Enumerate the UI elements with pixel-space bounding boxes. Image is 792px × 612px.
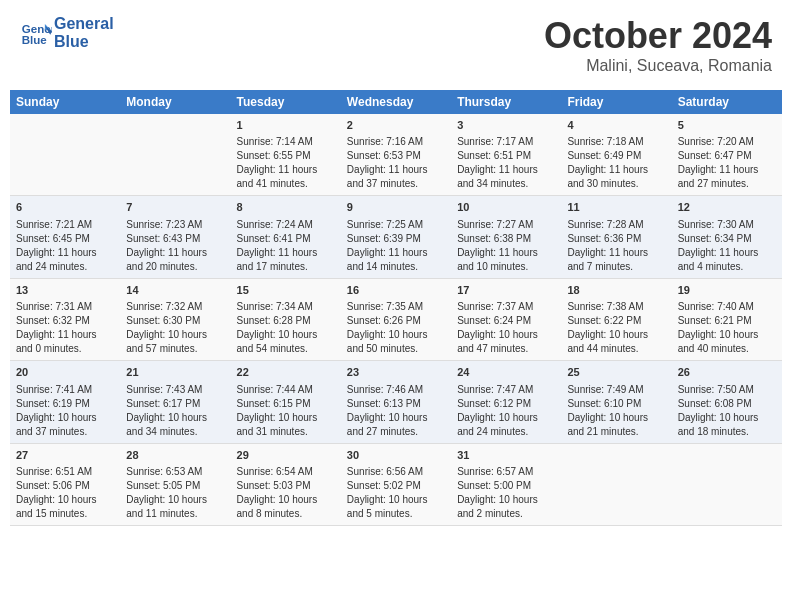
sunrise-text: Sunrise: 7:44 AMSunset: 6:15 PMDaylight:… (237, 384, 318, 437)
sunrise-text: Sunrise: 7:46 AMSunset: 6:13 PMDaylight:… (347, 384, 428, 437)
sunrise-text: Sunrise: 7:16 AMSunset: 6:53 PMDaylight:… (347, 136, 428, 189)
day-number: 7 (126, 200, 224, 215)
calendar-week-row: 6Sunrise: 7:21 AMSunset: 6:45 PMDaylight… (10, 196, 782, 278)
calendar-cell: 6Sunrise: 7:21 AMSunset: 6:45 PMDaylight… (10, 196, 120, 278)
day-number: 22 (237, 365, 335, 380)
calendar-cell: 15Sunrise: 7:34 AMSunset: 6:28 PMDayligh… (231, 278, 341, 360)
sunrise-text: Sunrise: 7:50 AMSunset: 6:08 PMDaylight:… (678, 384, 759, 437)
day-number: 5 (678, 118, 776, 133)
calendar-cell: 13Sunrise: 7:31 AMSunset: 6:32 PMDayligh… (10, 278, 120, 360)
day-number: 1 (237, 118, 335, 133)
calendar-cell: 17Sunrise: 7:37 AMSunset: 6:24 PMDayligh… (451, 278, 561, 360)
day-number: 18 (567, 283, 665, 298)
calendar-cell: 20Sunrise: 7:41 AMSunset: 6:19 PMDayligh… (10, 361, 120, 443)
day-number: 29 (237, 448, 335, 463)
sunrise-text: Sunrise: 7:30 AMSunset: 6:34 PMDaylight:… (678, 219, 759, 272)
calendar-cell: 1Sunrise: 7:14 AMSunset: 6:55 PMDaylight… (231, 114, 341, 196)
calendar-cell: 21Sunrise: 7:43 AMSunset: 6:17 PMDayligh… (120, 361, 230, 443)
sunrise-text: Sunrise: 7:41 AMSunset: 6:19 PMDaylight:… (16, 384, 97, 437)
weekday-header: Friday (561, 90, 671, 114)
calendar-cell: 12Sunrise: 7:30 AMSunset: 6:34 PMDayligh… (672, 196, 782, 278)
day-number: 23 (347, 365, 445, 380)
calendar-cell (561, 443, 671, 525)
day-number: 4 (567, 118, 665, 133)
day-number: 15 (237, 283, 335, 298)
calendar-cell: 25Sunrise: 7:49 AMSunset: 6:10 PMDayligh… (561, 361, 671, 443)
sunrise-text: Sunrise: 7:32 AMSunset: 6:30 PMDaylight:… (126, 301, 207, 354)
calendar-cell: 4Sunrise: 7:18 AMSunset: 6:49 PMDaylight… (561, 114, 671, 196)
weekday-header: Thursday (451, 90, 561, 114)
calendar-cell: 29Sunrise: 6:54 AMSunset: 5:03 PMDayligh… (231, 443, 341, 525)
sunrise-text: Sunrise: 7:27 AMSunset: 6:38 PMDaylight:… (457, 219, 538, 272)
sunrise-text: Sunrise: 7:35 AMSunset: 6:26 PMDaylight:… (347, 301, 428, 354)
calendar-week-row: 1Sunrise: 7:14 AMSunset: 6:55 PMDaylight… (10, 114, 782, 196)
calendar-cell: 30Sunrise: 6:56 AMSunset: 5:02 PMDayligh… (341, 443, 451, 525)
sunrise-text: Sunrise: 6:53 AMSunset: 5:05 PMDaylight:… (126, 466, 207, 519)
calendar-cell: 10Sunrise: 7:27 AMSunset: 6:38 PMDayligh… (451, 196, 561, 278)
weekday-header: Saturday (672, 90, 782, 114)
day-number: 8 (237, 200, 335, 215)
calendar-cell: 23Sunrise: 7:46 AMSunset: 6:13 PMDayligh… (341, 361, 451, 443)
sunrise-text: Sunrise: 7:34 AMSunset: 6:28 PMDaylight:… (237, 301, 318, 354)
sunrise-text: Sunrise: 7:14 AMSunset: 6:55 PMDaylight:… (237, 136, 318, 189)
title-block: October 2024 Malini, Suceava, Romania (544, 15, 772, 75)
month-title: October 2024 (544, 15, 772, 57)
calendar-cell (672, 443, 782, 525)
day-number: 27 (16, 448, 114, 463)
sunrise-text: Sunrise: 7:18 AMSunset: 6:49 PMDaylight:… (567, 136, 648, 189)
calendar-cell: 27Sunrise: 6:51 AMSunset: 5:06 PMDayligh… (10, 443, 120, 525)
day-number: 3 (457, 118, 555, 133)
day-number: 10 (457, 200, 555, 215)
day-number: 17 (457, 283, 555, 298)
day-number: 28 (126, 448, 224, 463)
calendar-cell: 2Sunrise: 7:16 AMSunset: 6:53 PMDaylight… (341, 114, 451, 196)
calendar-cell (120, 114, 230, 196)
logo-icon: General Blue (20, 17, 52, 49)
weekday-header-row: SundayMondayTuesdayWednesdayThursdayFrid… (10, 90, 782, 114)
weekday-header: Sunday (10, 90, 120, 114)
calendar-cell: 28Sunrise: 6:53 AMSunset: 5:05 PMDayligh… (120, 443, 230, 525)
sunrise-text: Sunrise: 7:17 AMSunset: 6:51 PMDaylight:… (457, 136, 538, 189)
day-number: 12 (678, 200, 776, 215)
location-title: Malini, Suceava, Romania (544, 57, 772, 75)
sunrise-text: Sunrise: 7:37 AMSunset: 6:24 PMDaylight:… (457, 301, 538, 354)
calendar-cell: 18Sunrise: 7:38 AMSunset: 6:22 PMDayligh… (561, 278, 671, 360)
sunrise-text: Sunrise: 7:24 AMSunset: 6:41 PMDaylight:… (237, 219, 318, 272)
weekday-header: Monday (120, 90, 230, 114)
calendar-cell: 3Sunrise: 7:17 AMSunset: 6:51 PMDaylight… (451, 114, 561, 196)
calendar-cell: 8Sunrise: 7:24 AMSunset: 6:41 PMDaylight… (231, 196, 341, 278)
sunrise-text: Sunrise: 7:28 AMSunset: 6:36 PMDaylight:… (567, 219, 648, 272)
sunrise-text: Sunrise: 7:43 AMSunset: 6:17 PMDaylight:… (126, 384, 207, 437)
logo: General Blue General Blue (20, 15, 114, 50)
calendar-cell: 22Sunrise: 7:44 AMSunset: 6:15 PMDayligh… (231, 361, 341, 443)
page-header: General Blue General Blue October 2024 M… (10, 10, 782, 80)
day-number: 11 (567, 200, 665, 215)
day-number: 14 (126, 283, 224, 298)
day-number: 24 (457, 365, 555, 380)
day-number: 2 (347, 118, 445, 133)
sunrise-text: Sunrise: 7:20 AMSunset: 6:47 PMDaylight:… (678, 136, 759, 189)
calendar-cell (10, 114, 120, 196)
calendar-cell: 24Sunrise: 7:47 AMSunset: 6:12 PMDayligh… (451, 361, 561, 443)
sunrise-text: Sunrise: 7:23 AMSunset: 6:43 PMDaylight:… (126, 219, 207, 272)
logo-blue: Blue (54, 33, 114, 51)
day-number: 19 (678, 283, 776, 298)
sunrise-text: Sunrise: 6:56 AMSunset: 5:02 PMDaylight:… (347, 466, 428, 519)
sunrise-text: Sunrise: 7:47 AMSunset: 6:12 PMDaylight:… (457, 384, 538, 437)
calendar-cell: 19Sunrise: 7:40 AMSunset: 6:21 PMDayligh… (672, 278, 782, 360)
day-number: 20 (16, 365, 114, 380)
calendar-cell: 5Sunrise: 7:20 AMSunset: 6:47 PMDaylight… (672, 114, 782, 196)
sunrise-text: Sunrise: 7:25 AMSunset: 6:39 PMDaylight:… (347, 219, 428, 272)
day-number: 9 (347, 200, 445, 215)
sunrise-text: Sunrise: 6:57 AMSunset: 5:00 PMDaylight:… (457, 466, 538, 519)
calendar-table: SundayMondayTuesdayWednesdayThursdayFrid… (10, 90, 782, 526)
day-number: 30 (347, 448, 445, 463)
day-number: 13 (16, 283, 114, 298)
day-number: 21 (126, 365, 224, 380)
sunrise-text: Sunrise: 6:51 AMSunset: 5:06 PMDaylight:… (16, 466, 97, 519)
weekday-header: Tuesday (231, 90, 341, 114)
day-number: 26 (678, 365, 776, 380)
sunrise-text: Sunrise: 7:49 AMSunset: 6:10 PMDaylight:… (567, 384, 648, 437)
calendar-cell: 9Sunrise: 7:25 AMSunset: 6:39 PMDaylight… (341, 196, 451, 278)
calendar-week-row: 13Sunrise: 7:31 AMSunset: 6:32 PMDayligh… (10, 278, 782, 360)
